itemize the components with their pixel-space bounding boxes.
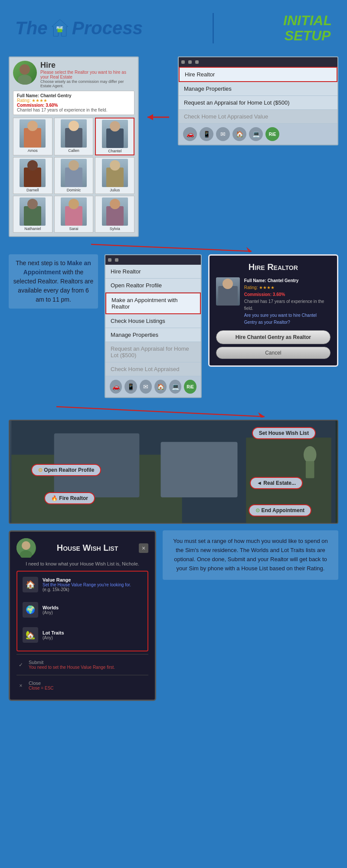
- confirm-avatar: [216, 277, 240, 306]
- topbar-dot-b: [115, 258, 118, 262]
- svg-point-18: [27, 199, 38, 209]
- realtor-chantel[interactable]: Chantel: [95, 118, 134, 155]
- menu-request-appraisal[interactable]: Request an Appraisal for Home Lot ($500): [179, 96, 337, 110]
- julius-avatar: [102, 159, 128, 187]
- svg-marker-24: [147, 114, 153, 120]
- realtor-julius[interactable]: Julius: [95, 157, 134, 194]
- fire-realtor-btn[interactable]: 🔥 Fire Realtor: [44, 492, 95, 504]
- svg-point-28: [223, 279, 233, 289]
- callen-name: Callen: [56, 148, 92, 153]
- sm-make-appointment[interactable]: Make an Appointment with Realtor: [105, 293, 201, 314]
- hire-avatar: [13, 61, 37, 85]
- sm-hire-realtor[interactable]: Hire Realtor: [105, 265, 201, 279]
- realtor-dominic[interactable]: Dominic: [54, 157, 94, 194]
- hire-choose-text: Choose wisely as the commission may diff…: [40, 79, 134, 88]
- icon-btn-rie[interactable]: RiE: [265, 127, 279, 141]
- sm-icon-5[interactable]: 💻: [169, 380, 181, 394]
- sm-icon-3[interactable]: ✉: [140, 380, 152, 394]
- game-screenshot-section: Set House Wish List ⊙ Open Realtor Profi…: [9, 420, 338, 524]
- open-realtor-profile-btn[interactable]: ⊙ Open Realtor Profile: [31, 464, 101, 476]
- icon-btn-5[interactable]: 💻: [249, 127, 263, 141]
- close-note: Close = ESC: [29, 686, 54, 690]
- sarai-figure: [61, 197, 87, 226]
- sm-appraisal-label: Request an Appraisal for Home Lot ($500): [111, 345, 189, 358]
- nathaniel-figure: [20, 197, 46, 226]
- callen-avatar: [61, 119, 87, 148]
- icon-btn-4[interactable]: 🏠: [232, 127, 246, 141]
- hire-cancel-button[interactable]: Cancel: [216, 347, 331, 359]
- sm-manage-props[interactable]: Manage Properties: [105, 328, 201, 342]
- down-arrow-svg: [87, 243, 260, 252]
- sm-icon-4[interactable]: 🏠: [154, 380, 167, 394]
- wish-item-value-range[interactable]: 🏠 Value Range Set the House Value Range …: [19, 573, 146, 596]
- wish-list-header: House Wish List ×: [16, 538, 148, 558]
- wish-item-lot-traits[interactable]: 🏡 Lot Traits (Any): [19, 624, 146, 646]
- popup-desc: Chantel has 17 years of experience in th…: [17, 108, 131, 112]
- menu-hire-realtor[interactable]: Hire Realtor: [179, 67, 337, 82]
- middle-description: The next step is to Make an Appointment …: [9, 254, 98, 309]
- confirm-details: Full Name: Chantel Gentry Rating: ★★★★ C…: [244, 277, 331, 326]
- set-house-wish-btn[interactable]: Set House Wish List: [252, 427, 316, 439]
- close-icon: ×: [16, 681, 25, 690]
- lot-traits-icon: 🏡: [23, 627, 38, 643]
- header: The RiE Process INITIAL SETUP: [9, 9, 338, 48]
- sm-icon-1[interactable]: 🚗: [110, 380, 122, 394]
- sm-open-profile[interactable]: Open Realtor Profile: [105, 279, 201, 293]
- icon-btn-1[interactable]: 🚗: [183, 127, 197, 141]
- realtor-sarai[interactable]: Sarai: [54, 196, 94, 233]
- header-subtitle: INITIAL SETUP: [283, 13, 332, 43]
- wish-list-panel: House Wish List × I need to know what yo…: [9, 530, 156, 701]
- second-menu-panel: Hire Realtor Open Realtor Profile Make a…: [105, 254, 202, 398]
- hire-confirm-button[interactable]: Hire Chantel Gentry as Realtor: [216, 330, 331, 344]
- popup-commission: Commission: 3.60%: [17, 103, 131, 108]
- sm-icon-2[interactable]: 📱: [124, 380, 137, 394]
- amos-name: Amos: [15, 148, 51, 153]
- value-range-title: Value Range: [43, 577, 131, 582]
- realtor-callen[interactable]: Callen: [54, 118, 94, 155]
- topbar-dot-1: [181, 60, 185, 64]
- sylvia-figure: [102, 197, 128, 226]
- icon-btn-3[interactable]: ✉: [216, 127, 230, 141]
- worlds-icon: 🌍: [23, 602, 38, 618]
- svg-point-4: [18, 75, 32, 85]
- submit-label: Submit: [29, 660, 115, 665]
- wish-item-worlds[interactable]: 🌍 Worlds (Any): [19, 598, 146, 621]
- hire-title-area: Hire Please select the Realtor you want …: [40, 61, 134, 88]
- realtor-nathaniel[interactable]: Nathaniel: [13, 196, 52, 233]
- svg-point-6: [27, 121, 38, 131]
- lot-traits-title: Lot Traits: [43, 630, 64, 635]
- wish-close-button[interactable]: ×: [139, 543, 148, 553]
- wish-list-section: House Wish List × I need to know what yo…: [9, 530, 338, 701]
- svg-point-10: [110, 121, 120, 132]
- chantel-figure: [102, 120, 128, 148]
- wish-description: You must set a range of how much you wou…: [163, 530, 338, 579]
- real-estate-btn[interactable]: ◄ Real Estate...: [250, 477, 303, 489]
- logo-text-process: Process: [72, 18, 143, 39]
- realtor-sylvia[interactable]: Sylvia: [95, 196, 134, 233]
- wish-divider-2: [16, 675, 148, 675]
- menu-manage-properties[interactable]: Manage Properties: [179, 82, 337, 96]
- realtor-darnell[interactable]: Darnell: [13, 157, 52, 194]
- sarai-name: Sarai: [56, 227, 92, 231]
- sm-appointment-label: Make an Appointment with Realtor: [111, 297, 177, 310]
- svg-point-39: [22, 541, 30, 550]
- svg-line-29: [56, 407, 265, 417]
- amos-avatar: [20, 119, 46, 148]
- svg-point-8: [69, 121, 79, 131]
- sm-check-listings[interactable]: Check House Listings: [105, 314, 201, 328]
- end-appointment-btn[interactable]: ⊙ End Appointment: [249, 504, 311, 516]
- sm-icon-rie[interactable]: RiE: [184, 380, 196, 394]
- menu-hire-realtor-label: Hire Realtor: [185, 71, 215, 78]
- hire-title: Hire: [40, 61, 134, 70]
- confirm-info-row: Full Name: Chantel Gentry Rating: ★★★★ C…: [216, 277, 331, 326]
- lot-traits-value: (Any): [43, 635, 64, 640]
- sm-listings-label: Check House Listings: [111, 318, 165, 324]
- confirm-commission: Commission: 3.60%: [244, 291, 331, 298]
- sm-profile-label: Open Realtor Profile: [111, 282, 162, 289]
- icon-btn-2[interactable]: 📱: [200, 127, 213, 141]
- amos-figure: [20, 119, 46, 148]
- realtor-amos[interactable]: Amos: [13, 118, 52, 155]
- close-label: Close: [29, 681, 54, 686]
- confirm-question: Are you sure you want to hire Chantel Ge…: [244, 312, 331, 326]
- sm-check-appraised: Check Home Lot Appraised: [105, 362, 201, 376]
